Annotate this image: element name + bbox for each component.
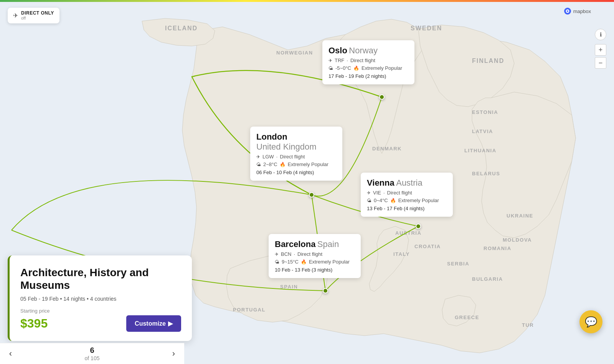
page-number: 6 xyxy=(21,346,163,355)
oslo-popularity: Extremely Popular xyxy=(361,65,402,71)
prev-icon: ‹ xyxy=(9,349,12,359)
zoom-out-button[interactable]: − xyxy=(595,57,606,69)
chat-button[interactable]: 💬 xyxy=(579,310,602,333)
barcelona-temp: 9~15°C xyxy=(282,259,299,265)
direct-only-status: off xyxy=(21,16,54,20)
oslo-airport: TRF xyxy=(335,58,344,63)
page-of: of 105 xyxy=(85,355,100,361)
trip-title: Architecture, History and Museums xyxy=(20,266,181,292)
plane-icon: ✈ xyxy=(328,58,332,63)
vienna-country: Austria xyxy=(396,178,422,188)
chat-icon: 💬 xyxy=(585,316,597,328)
oslo-temp: -5~0°C xyxy=(335,65,351,71)
london-city: London xyxy=(256,132,287,142)
zoom-in-button[interactable]: + xyxy=(595,44,606,56)
vienna-popup: Vienna Austria ✈ VIE · Direct flight 🌤 0… xyxy=(361,173,453,217)
vienna-temp: 0~4°C xyxy=(374,198,388,203)
pagination: ‹ 6 of 105 › xyxy=(0,343,184,364)
weather-icon2: 🌤 xyxy=(256,162,261,167)
fire-icon2: 🔥 xyxy=(280,162,286,167)
weather-icon3: 🌤 xyxy=(367,198,371,203)
plane-icon3: ✈ xyxy=(367,190,371,196)
info-icon: ℹ xyxy=(600,31,602,38)
progress-bar xyxy=(0,0,614,2)
weather-icon: 🌤 xyxy=(328,66,333,71)
starting-price-label: Starting price xyxy=(20,308,181,314)
map-container: ICELANDSWEDENFINLANDESTONIALATVIALITHUAN… xyxy=(0,0,614,364)
london-airport: LGW xyxy=(262,154,274,160)
barcelona-airport: BCN xyxy=(281,251,291,257)
london-dates: 06 Feb - 10 Feb (4 nights) xyxy=(256,170,336,175)
vienna-flight-type: Direct flight xyxy=(387,190,412,196)
barcelona-popup: Barcelona Spain ✈ BCN · Direct flight 🌤 … xyxy=(269,234,361,278)
weather-icon4: 🌤 xyxy=(275,259,279,265)
next-button[interactable]: › xyxy=(163,343,184,364)
next-icon: › xyxy=(172,349,175,359)
london-marker[interactable] xyxy=(309,192,314,198)
oslo-dates: 17 Feb - 19 Feb (2 nights) xyxy=(328,73,408,79)
oslo-flight-type: Direct flight xyxy=(350,58,375,63)
mapbox-logo: mapbox xyxy=(564,8,591,15)
vienna-dates: 13 Feb - 17 Feb (4 nights) xyxy=(367,206,447,211)
arrow-icon: ▶ xyxy=(168,320,173,327)
london-temp: 2~8°C xyxy=(263,161,277,167)
barcelona-city: Barcelona xyxy=(275,239,315,249)
fire-icon3: 🔥 xyxy=(390,198,396,203)
vienna-city: Vienna xyxy=(367,178,394,188)
barcelona-marker[interactable] xyxy=(323,288,328,293)
customize-label: Customize xyxy=(135,320,166,327)
london-flight-type: Direct flight xyxy=(280,154,305,160)
london-popularity: Extremely Popular xyxy=(288,161,328,167)
vienna-popularity: Extremely Popular xyxy=(398,198,439,203)
info-button[interactable]: ℹ xyxy=(595,29,606,40)
vienna-marker[interactable] xyxy=(416,224,421,229)
fire-icon4: 🔥 xyxy=(301,259,307,265)
fire-icon: 🔥 xyxy=(353,66,359,71)
plane-toggle-icon: ✈ xyxy=(13,12,18,19)
barcelona-popularity: Extremely Popular xyxy=(309,259,350,265)
oslo-marker[interactable] xyxy=(379,94,385,100)
prev-button[interactable]: ‹ xyxy=(0,343,21,364)
london-popup: London United Kingdom ✈ LGW · Direct fli… xyxy=(250,127,342,181)
direct-only-toggle[interactable]: ✈ DIRECT ONLY off xyxy=(8,8,59,23)
customize-button[interactable]: Customize ▶ xyxy=(126,315,181,332)
oslo-city: Oslo xyxy=(328,46,347,55)
oslo-country: Norway xyxy=(349,46,378,55)
plane-icon4: ✈ xyxy=(275,252,279,257)
map-controls: + − xyxy=(595,44,606,69)
trip-card: Architecture, History and Museums 05 Feb… xyxy=(8,255,192,341)
trip-meta: 05 Feb - 19 Feb • 14 nights • 4 countrie… xyxy=(20,296,181,302)
london-country: United Kingdom xyxy=(256,142,317,152)
barcelona-flight-type: Direct flight xyxy=(297,251,322,257)
barcelona-dates: 10 Feb - 13 Feb (3 nights) xyxy=(275,267,355,273)
plane-icon2: ✈ xyxy=(256,154,260,160)
vienna-airport: VIE xyxy=(373,190,381,196)
svg-point-2 xyxy=(567,10,568,12)
trip-price: $395 xyxy=(20,316,48,331)
mapbox-text: mapbox xyxy=(573,8,591,14)
barcelona-country: Spain xyxy=(317,239,339,249)
direct-only-label: DIRECT ONLY xyxy=(21,11,54,16)
oslo-popup: Oslo Norway ✈ TRF · Direct flight 🌤 -5~0… xyxy=(322,40,414,84)
